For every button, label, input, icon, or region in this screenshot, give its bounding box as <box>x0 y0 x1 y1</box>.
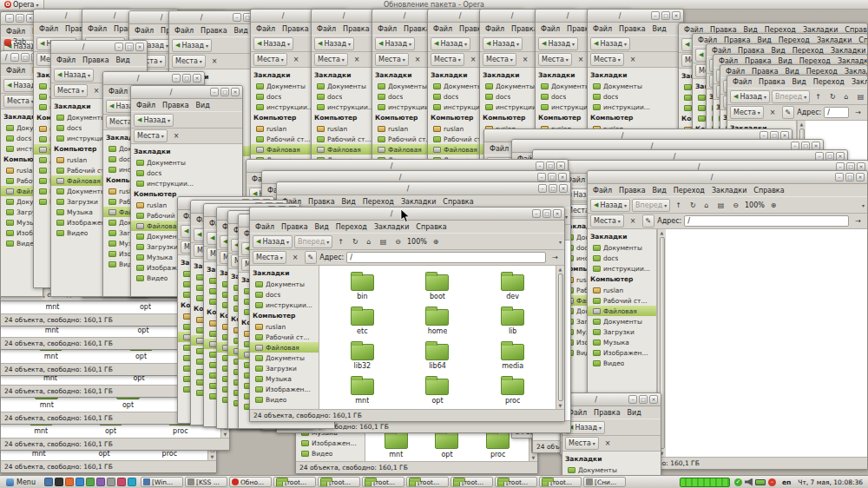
places-selector[interactable]: Места▾ <box>565 437 599 450</box>
menu-item[interactable]: Файл <box>53 56 79 64</box>
battery-icon[interactable] <box>755 479 766 485</box>
menu-item[interactable]: Вид <box>789 78 810 86</box>
menu-item[interactable]: Закладки <box>398 198 439 206</box>
menu-item[interactable]: Файл <box>313 25 339 33</box>
places-selector[interactable]: Места▾ <box>253 53 287 66</box>
menu-item[interactable]: Справка <box>412 223 450 231</box>
menu-item[interactable]: Правка <box>615 187 648 195</box>
opera-menu-button[interactable]: O Opera ▾ <box>0 0 44 10</box>
menu-item[interactable]: Файл <box>374 25 400 33</box>
taskbar-window-button[interactable]: Обно... <box>229 477 272 487</box>
menu-item[interactable]: Файл <box>3 28 29 36</box>
window-titlebar[interactable]: /–□× <box>588 10 683 23</box>
scroll-down-icon[interactable]: ▼ <box>211 453 214 460</box>
minimize-button[interactable]: – <box>538 184 547 193</box>
close-button[interactable]: × <box>672 11 681 20</box>
minimize-button[interactable]: – <box>233 13 241 22</box>
window-titlebar[interactable]: /–□× <box>131 86 242 99</box>
maximize-button[interactable]: □ <box>845 173 854 181</box>
address-input[interactable]: / <box>684 215 849 227</box>
back-button[interactable]: ◀Назад▾ <box>590 37 630 50</box>
back-button[interactable]: ◀Назад▾ <box>134 114 174 127</box>
sidebar-computer-item[interactable]: Загрузки <box>588 326 656 337</box>
menu-item[interactable]: Вид <box>339 198 359 206</box>
menu-item[interactable]: Файл <box>105 88 131 96</box>
close-button[interactable]: × <box>135 43 144 51</box>
minimize-button[interactable]: – <box>536 162 544 170</box>
menu-item[interactable]: Файл <box>3 67 29 75</box>
taskbar-window-button[interactable]: [root... <box>273 477 316 487</box>
places-selector[interactable]: Места▾ <box>538 53 572 66</box>
up-button[interactable]: ↑ <box>334 235 347 248</box>
close-sidebar-button[interactable]: × <box>519 53 532 66</box>
folder-item[interactable]: proc <box>477 375 549 405</box>
reload-button[interactable]: ↻ <box>349 235 362 248</box>
menu-item[interactable]: Вид <box>649 25 670 33</box>
taskbar-window-button[interactable]: [root... <box>539 477 582 487</box>
close-button[interactable]: × <box>553 209 562 218</box>
back-button[interactable]: ◀ Назад ▾ <box>253 235 293 248</box>
sidebar-bookmark-item[interactable]: инструкции... <box>131 178 242 188</box>
edit-path-button[interactable]: ✎ <box>305 251 318 264</box>
home-button[interactable]: ⌂ <box>841 90 852 103</box>
menu-item[interactable]: Переход <box>810 78 848 86</box>
menu-item[interactable]: Файл <box>486 145 512 153</box>
minimize-button[interactable]: – <box>172 74 181 82</box>
close-sidebar-button[interactable]: × <box>208 55 221 68</box>
maximize-button[interactable]: □ <box>542 209 551 218</box>
back-button[interactable]: ◀Назад▾ <box>538 37 578 50</box>
vertical-scrollbar[interactable]: ▲ ▼ <box>556 266 564 409</box>
places-selector[interactable]: Места▾ <box>590 53 624 66</box>
reload-button[interactable]: ↻ <box>687 199 700 212</box>
menu-item[interactable]: Правка <box>278 223 311 231</box>
places-selector[interactable]: Места▾ <box>172 55 206 68</box>
menu-item[interactable]: Файл <box>589 25 615 33</box>
taskbar-window-button[interactable]: [Сни... <box>583 477 626 487</box>
window-titlebar[interactable]: /–□× <box>1 12 36 25</box>
close-button[interactable]: × <box>856 173 865 181</box>
folder-item[interactable]: dev <box>477 271 549 300</box>
folder-item[interactable]: media <box>477 340 549 370</box>
folder-item[interactable]: mnt <box>326 375 398 405</box>
places-selector[interactable]: Места▾ <box>3 95 37 108</box>
sidebar-computer-item[interactable]: Изображен... <box>250 384 319 394</box>
places-selector[interactable]: Места▾ <box>483 53 516 66</box>
maximize-button[interactable]: □ <box>639 395 648 404</box>
taskbar-window-button[interactable]: [root... <box>362 477 404 487</box>
maximize-button[interactable]: □ <box>125 43 134 51</box>
close-sidebar-button[interactable]: × <box>289 251 302 264</box>
menu-item[interactable]: Вид <box>193 102 214 109</box>
menu-item[interactable]: Закладки <box>848 78 867 86</box>
computer-button[interactable]: ▤ <box>377 235 391 248</box>
zoom-out-button[interactable]: ⊖ <box>729 199 742 212</box>
minimize-button[interactable]: – <box>537 173 546 181</box>
menu-item[interactable]: Файл <box>253 25 279 33</box>
folder-item[interactable]: opt <box>424 429 471 458</box>
folder-item[interactable]: lib <box>477 306 549 335</box>
back-button[interactable]: ◀Назад▾ <box>375 37 415 50</box>
toolbar-overflow-icon[interactable]: ▾ <box>559 239 562 245</box>
sidebar-computer-item[interactable]: Изображен... <box>588 347 656 358</box>
close-sidebar-button[interactable]: × <box>575 53 588 66</box>
sidebar-computer-item[interactable]: Загрузки <box>250 363 319 373</box>
places-selector[interactable]: Места▾ <box>590 214 624 228</box>
menu-item[interactable]: Файл <box>36 25 62 33</box>
sidebar-computer-item[interactable]: Рабочий ст... <box>588 295 656 306</box>
maximize-button[interactable]: □ <box>549 184 557 193</box>
places-selector[interactable]: Места▾ <box>54 84 88 97</box>
minimize-button[interactable]: – <box>115 43 123 51</box>
maximize-button[interactable]: □ <box>220 88 229 96</box>
sidebar-bookmark-item[interactable]: Документы <box>131 157 242 168</box>
sidebar-bookmark-item[interactable]: инструкции... <box>250 300 319 310</box>
sidebar-bookmark-item[interactable]: docs <box>250 289 319 300</box>
language-indicator[interactable]: en <box>780 478 792 486</box>
menu-item[interactable]: Вид <box>312 223 332 231</box>
reload-button[interactable]: ↻ <box>826 90 839 103</box>
minimize-button[interactable]: – <box>835 173 844 181</box>
forward-button[interactable]: Вперед▾ <box>632 199 670 212</box>
scroll-up-icon[interactable]: ▲ <box>559 266 562 273</box>
maximize-button[interactable]: □ <box>182 74 191 82</box>
edit-path-button[interactable]: ✎ <box>782 106 795 119</box>
edit-path-button[interactable]: ✎ <box>642 214 655 228</box>
maximize-button[interactable]: □ <box>21 53 30 62</box>
